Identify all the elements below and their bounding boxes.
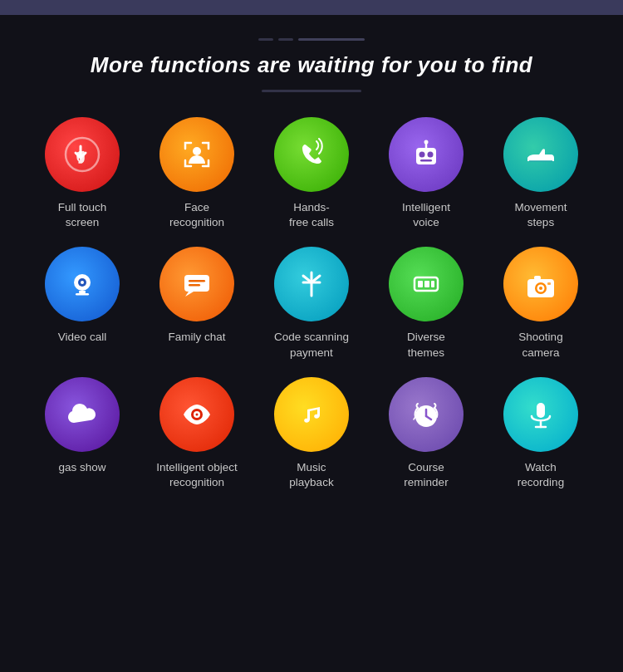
svg-rect-20 — [424, 281, 429, 287]
watch-recording-icon-circle — [503, 377, 578, 452]
qrpay-icon — [292, 264, 331, 304]
feature-shooting-camera: Shootingcamera — [483, 247, 598, 360]
face-icon — [177, 135, 217, 174]
feature-family-chat: Family chat — [140, 247, 254, 360]
course-reminder-label: Coursereminder — [404, 460, 448, 490]
eye-icon — [177, 395, 217, 434]
svg-rect-13 — [184, 275, 209, 292]
hands-free-calls-label: Hands-free calls — [289, 200, 334, 230]
svg-rect-14 — [189, 280, 205, 282]
diverse-themes-icon-circle — [389, 247, 464, 321]
cloud-icon — [62, 395, 102, 434]
diverse-themes-label: Diversethemes — [407, 330, 445, 360]
features-row-3: gas show Intelligent objectrecognition — [25, 377, 598, 500]
feature-course-reminder: Coursereminder — [369, 377, 483, 490]
feature-movement-steps: Movementsteps — [483, 117, 598, 230]
svg-point-10 — [81, 281, 84, 284]
svg-point-7 — [424, 140, 429, 145]
svg-rect-11 — [79, 291, 86, 293]
movement-steps-label: Movementsteps — [514, 200, 567, 230]
svg-point-3 — [419, 152, 425, 158]
svg-rect-19 — [418, 281, 423, 287]
svg-rect-5 — [420, 159, 432, 162]
feature-gas-show: gas show — [25, 377, 140, 490]
video-call-label: Video call — [58, 330, 106, 345]
family-chat-icon-circle — [159, 247, 234, 321]
touch-icon — [62, 135, 102, 174]
top-bar — [0, 0, 623, 15]
feature-face-recognition: Facerecognition — [140, 117, 254, 230]
videocall-icon — [62, 264, 102, 304]
music-icon — [292, 395, 331, 434]
feature-intelligent-object-recognition: Intelligent objectrecognition — [140, 377, 254, 490]
features-row-1: Full touchscreen Facerecognition — [25, 117, 598, 240]
svg-point-1 — [193, 147, 201, 155]
svg-rect-34 — [537, 403, 545, 418]
alarm-icon — [406, 395, 446, 434]
svg-rect-26 — [534, 276, 541, 280]
svg-rect-2 — [416, 148, 436, 164]
gas-show-label: gas show — [58, 460, 105, 475]
intelligent-voice-label: Intelligentvoice — [402, 200, 450, 230]
camera-icon — [521, 264, 561, 304]
decorative-lines-bottom — [0, 90, 623, 92]
header-section: More functions are waiting for you to fi… — [0, 15, 623, 101]
dec-line-1 — [258, 38, 273, 41]
feature-hands-free-calls: Hands-free calls — [254, 117, 369, 230]
dec-line-4 — [262, 90, 361, 92]
course-reminder-icon-circle — [389, 377, 464, 452]
phone-icon — [292, 135, 331, 174]
full-touch-screen-label: Full touchscreen — [58, 200, 107, 230]
dec-line-3 — [298, 38, 365, 41]
intelligent-object-recognition-icon-circle — [159, 377, 234, 452]
feature-diverse-themes: Diversethemes — [369, 247, 483, 360]
decorative-lines-top — [0, 38, 623, 41]
shooting-camera-label: Shootingcamera — [518, 330, 562, 360]
features-grid: Full touchscreen Facerecognition — [0, 101, 623, 507]
code-scanning-payment-icon-circle — [274, 247, 349, 321]
music-playback-label: Musicplayback — [289, 460, 333, 490]
face-recognition-icon-circle — [159, 117, 234, 192]
feature-full-touch-screen: Full touchscreen — [25, 117, 140, 230]
intelligent-voice-icon-circle — [389, 117, 464, 192]
svg-point-4 — [428, 152, 434, 158]
themes-icon — [406, 264, 446, 304]
gas-show-icon-circle — [45, 377, 120, 452]
feature-code-scanning-payment: Code scanningpayment — [254, 247, 369, 360]
video-call-icon-circle — [45, 247, 120, 321]
feature-intelligent-voice: Intelligentvoice — [369, 117, 483, 230]
main-title: More functions are waiting for you to fi… — [0, 52, 623, 78]
shooting-camera-icon-circle — [503, 247, 578, 321]
movement-steps-icon-circle — [503, 117, 578, 192]
svg-point-30 — [196, 413, 199, 415]
svg-point-25 — [539, 287, 542, 290]
code-scanning-payment-label: Code scanningpayment — [274, 330, 349, 360]
chat-icon — [177, 264, 217, 304]
mic-icon — [521, 395, 561, 434]
feature-video-call: Video call — [25, 247, 140, 360]
svg-rect-12 — [76, 293, 89, 296]
shoe-icon — [521, 135, 561, 174]
full-touch-screen-icon-circle — [45, 117, 120, 192]
hands-free-calls-icon-circle — [274, 117, 349, 192]
watch-recording-label: Watchrecording — [518, 460, 564, 490]
svg-rect-27 — [547, 282, 551, 285]
svg-rect-21 — [431, 281, 434, 287]
feature-watch-recording: Watchrecording — [483, 377, 598, 490]
face-recognition-label: Facerecognition — [169, 200, 224, 230]
intelligent-object-recognition-label: Intelligent objectrecognition — [156, 460, 238, 490]
family-chat-label: Family chat — [168, 330, 225, 345]
feature-music-playback: Musicplayback — [254, 377, 369, 490]
music-playback-icon-circle — [274, 377, 349, 452]
features-row-2: Video call Family chat — [25, 247, 598, 370]
svg-rect-15 — [189, 284, 200, 287]
robot-icon — [406, 135, 446, 174]
dec-line-2 — [278, 38, 293, 41]
